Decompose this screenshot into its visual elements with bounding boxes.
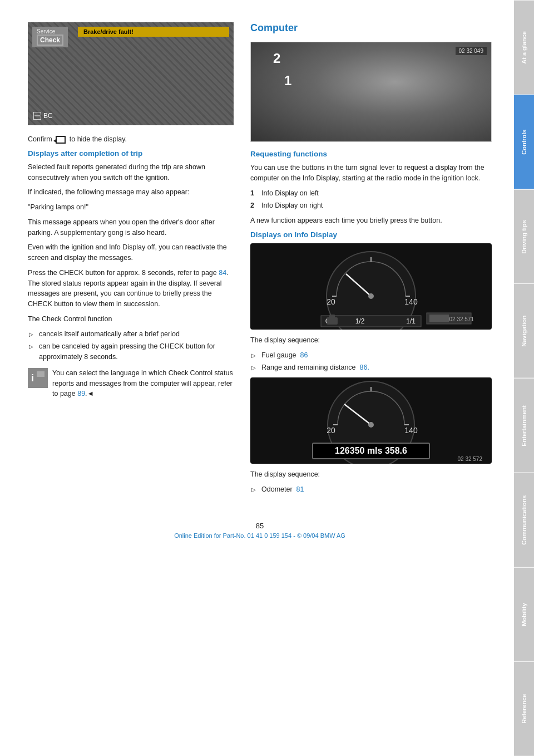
sidebar: At a glance Controls Driving tips Naviga… xyxy=(514,0,534,756)
left-column: Service Check Brake/drive fault! BC Conf… xyxy=(28,22,234,499)
info-display-item-1: 1 Info Display on left xyxy=(250,188,492,199)
display-seq-label-2: The display sequence: xyxy=(250,469,492,480)
sidebar-tab-mobility[interactable]: Mobility xyxy=(514,567,534,662)
svg-text:1/2: 1/2 xyxy=(355,317,365,325)
para-5: Even with the ignition and Info Display … xyxy=(28,242,234,263)
link-81[interactable]: 81 xyxy=(296,485,304,493)
sidebar-tab-driving-tips[interactable]: Driving tips xyxy=(514,189,534,284)
link-86-fuel[interactable]: 86 xyxy=(300,351,308,359)
svg-text:i: i xyxy=(31,372,34,384)
svg-text:140: 140 xyxy=(404,426,418,435)
info-display-item-2: 2 Info Display on right xyxy=(250,200,492,211)
svg-text:126350 mls 358.6: 126350 mls 358.6 xyxy=(335,446,407,455)
odometer-bullet: Odometer 81 xyxy=(250,484,492,495)
bullet-list-check: cancels itself automatically after a bri… xyxy=(28,329,234,362)
sidebar-tab-at-a-glance[interactable]: At a glance xyxy=(514,0,534,95)
check-label: Check xyxy=(37,35,63,46)
note-icon: i xyxy=(28,368,48,388)
para-7: The Check Control function xyxy=(28,314,234,325)
right-column: Computer 2 1 02 32 049 Requesting functi… xyxy=(250,22,492,499)
svg-text:1/1: 1/1 xyxy=(406,317,416,325)
brake-fault-label: Brake/drive fault! xyxy=(83,28,134,35)
image-code-top: 02 32 049 xyxy=(456,47,487,55)
confirm-icon xyxy=(56,136,66,144)
gear-label-1: 1 xyxy=(284,73,291,89)
bc-icon xyxy=(33,112,41,120)
odometer-image: 20 140 126350 mls 358.6 02 32 572 xyxy=(250,377,492,464)
columns-layout: Service Check Brake/drive fault! BC Conf… xyxy=(28,22,492,499)
svg-text:02 32 572: 02 32 572 xyxy=(458,456,483,462)
fuel-list: Fuel gauge 86 Range and remaining distan… xyxy=(250,350,492,374)
service-check-image: Service Check Brake/drive fault! BC xyxy=(28,22,234,125)
svg-text:140: 140 xyxy=(404,297,418,306)
bc-label: BC xyxy=(43,112,53,120)
svg-rect-19 xyxy=(329,315,335,318)
para-1: Selected fault reports generated during … xyxy=(28,162,234,183)
para-3: "Parking lamps on!" xyxy=(28,202,234,213)
bullet-item-2: can be canceled by again pressing the CH… xyxy=(28,341,234,362)
para-4: This message appears when you open the d… xyxy=(28,217,234,238)
range-bullet: Range and remaining distance 86. xyxy=(250,362,492,373)
page-number: 85 xyxy=(28,522,492,530)
sidebar-tab-controls[interactable]: Controls xyxy=(514,95,534,189)
sidebar-tab-entertainment[interactable]: Entertainment xyxy=(514,378,534,473)
link-84[interactable]: 84 xyxy=(219,269,226,277)
svg-point-13 xyxy=(368,293,374,299)
service-label: Service xyxy=(37,28,63,35)
main-content: Service Check Brake/drive fault! BC Conf… xyxy=(0,0,514,572)
link-86-range[interactable]: 86. xyxy=(360,364,369,371)
section-heading-displays: Displays on Info Display xyxy=(250,230,492,239)
computer-heading: Computer xyxy=(250,22,492,34)
svg-text:02 32 571: 02 32 571 xyxy=(449,316,474,322)
page-footer: 85 Online Edition for Part-No. 01 41 0 1… xyxy=(28,522,492,550)
after-text: A new function appears each time you bri… xyxy=(250,215,492,226)
svg-point-31 xyxy=(368,422,374,428)
speedometer-image-1: 20 140 0 1/2 1/1 02 32 571 xyxy=(250,243,492,330)
sidebar-tab-communications[interactable]: Communications xyxy=(514,473,534,567)
para-2: If indicated, the following message may … xyxy=(28,187,234,198)
link-89[interactable]: 89 xyxy=(77,390,85,397)
note-box: i You can select the language in which C… xyxy=(28,368,234,399)
sidebar-tab-reference[interactable]: Reference xyxy=(514,661,534,756)
section-heading-trip: Displays after completion of trip xyxy=(28,149,234,158)
svg-text:20: 20 xyxy=(327,297,335,306)
requesting-text: You can use the buttons in the turn sign… xyxy=(250,163,492,184)
display-seq-label-1: The display sequence: xyxy=(250,335,492,346)
section-heading-requesting: Requesting functions xyxy=(250,150,492,158)
svg-text:20: 20 xyxy=(327,426,335,435)
note-text: You can select the language in which Che… xyxy=(52,368,234,399)
para-6: Press the CHECK button for approx. 8 sec… xyxy=(28,268,234,310)
confirm-line: Confirm to hide the display. xyxy=(28,134,234,145)
gear-image: 2 1 02 32 049 xyxy=(250,42,492,142)
bullet-item-1: cancels itself automatically after a bri… xyxy=(28,329,234,340)
info-display-list: 1 Info Display on left 2 Info Display on… xyxy=(250,188,492,212)
fuel-bullet: Fuel gauge 86 xyxy=(250,350,492,361)
svg-rect-4 xyxy=(37,371,44,377)
gear-label-2: 2 xyxy=(273,51,280,66)
odometer-list: Odometer 81 xyxy=(250,484,492,495)
footer-copyright: Online Edition for Part-No. 01 41 0 159 … xyxy=(28,532,492,539)
sidebar-tab-navigation[interactable]: Navigation xyxy=(514,283,534,378)
svg-rect-21 xyxy=(429,315,449,322)
